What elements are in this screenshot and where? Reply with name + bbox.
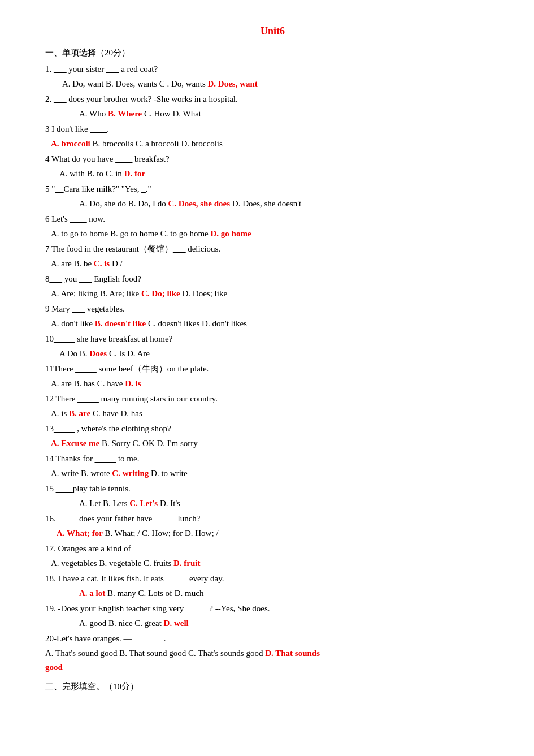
question-18: 18. I have a cat. It likes fish. It eats…: [45, 572, 500, 601]
question-11: 11There _____ some beef（牛肉）on the plate.…: [45, 362, 500, 391]
title: Unit6: [45, 23, 500, 40]
question-5: 5 "__Cara like milk?" "Yes, _." A. Do, s…: [45, 182, 500, 211]
question-8: 8___ you ___ English food? A. Are; likin…: [45, 272, 500, 301]
question-17: 17. Oranges are a kind of _______ A. veg…: [45, 542, 500, 571]
questions-container: 1. ___ your sister ___ a red coat? A. Do…: [45, 62, 500, 675]
question-16: 16. _____does your father have _____ lun…: [45, 512, 500, 541]
question-13: 13_____ , where's the clothing shop? A. …: [45, 422, 500, 451]
question-12: 12 There _____ many running stars in our…: [45, 392, 500, 421]
question-14: 14 Thanks for _____ to me. A. write B. w…: [45, 452, 500, 481]
question-20: 20-Let's have oranges. — _______. A. Tha…: [45, 632, 500, 675]
question-19: 19. -Does your English teacher sing very…: [45, 602, 500, 630]
question-7: 7 The food in the restaurant（餐馆）___ deli…: [45, 242, 500, 271]
question-10: 10_____ she have breakfast at home? A Do…: [45, 332, 500, 361]
question-3: 3 I don't like ____. A. broccoli B. broc…: [45, 122, 500, 151]
question-9: 9 Mary ___ vegetables. A. don't like B. …: [45, 302, 500, 331]
question-15: 15 ____play table tennis. A. Let B. Lets…: [45, 482, 500, 511]
question-6: 6 Let's ____ now. A. to go to home B. go…: [45, 212, 500, 241]
section1-header: 一、单项选择（20分）: [45, 46, 500, 61]
question-4: 4 What do you have ____ breakfast? A. wi…: [45, 152, 500, 181]
question-1: 1. ___ your sister ___ a red coat? A. Do…: [45, 62, 500, 91]
question-2: 2. ___ does your brother work? -She work…: [45, 92, 500, 121]
section2-header: 二、完形填空。（10分）: [45, 680, 500, 694]
